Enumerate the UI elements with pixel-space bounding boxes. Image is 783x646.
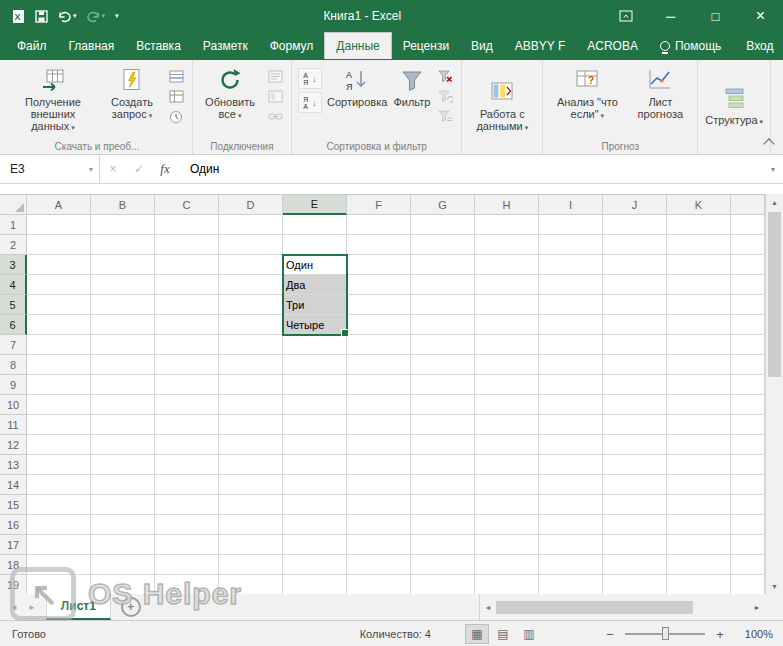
cell-H6[interactable] <box>475 315 539 335</box>
cell-I17[interactable] <box>539 535 603 555</box>
cell-F13[interactable] <box>347 455 411 475</box>
row-header-19[interactable]: 19 <box>0 575 27 594</box>
cell-B15[interactable] <box>91 495 155 515</box>
cell-C3[interactable] <box>155 255 219 275</box>
cell-B12[interactable] <box>91 435 155 455</box>
cell-B6[interactable] <box>91 315 155 335</box>
cell-G13[interactable] <box>411 455 475 475</box>
cell-H2[interactable] <box>475 235 539 255</box>
reapply-filter-icon[interactable] <box>435 88 455 105</box>
sort-ascending-button[interactable]: АЯ↓ <box>298 68 322 89</box>
cell-J14[interactable] <box>603 475 667 495</box>
sheet-tab-Лист1[interactable]: Лист1 <box>46 594 111 620</box>
cell-A9[interactable] <box>27 375 91 395</box>
cell-G2[interactable] <box>411 235 475 255</box>
horizontal-scroll-thumb[interactable] <box>496 601 693 614</box>
cell-F11[interactable] <box>347 415 411 435</box>
cell-G4[interactable] <box>411 275 475 295</box>
column-header-H[interactable]: H <box>475 195 539 215</box>
cell-E15[interactable] <box>283 495 347 515</box>
undo-dropdown-icon[interactable]: ▾ <box>73 12 77 20</box>
cell-H15[interactable] <box>475 495 539 515</box>
cell-K17[interactable] <box>667 535 731 555</box>
cell-I6[interactable] <box>539 315 603 335</box>
cell-K8[interactable] <box>667 355 731 375</box>
cell-F12[interactable] <box>347 435 411 455</box>
formula-bar-expand-icon[interactable]: ▾ <box>771 165 783 174</box>
what-if-analysis-button[interactable]: ? Анализ "что если"▾ <box>547 63 627 124</box>
cell-H3[interactable] <box>475 255 539 275</box>
vertical-scrollbar[interactable]: ▲ ▼ <box>765 194 783 594</box>
cell-A10[interactable] <box>27 395 91 415</box>
data-tools-button[interactable]: Работа с данными▾ <box>466 75 538 136</box>
cell-J17[interactable] <box>603 535 667 555</box>
cell-I1[interactable] <box>539 215 603 235</box>
cell-F15[interactable] <box>347 495 411 515</box>
row-header-10[interactable]: 10 <box>0 395 27 415</box>
new-query-button[interactable]: Создать запрос▾ <box>100 63 164 124</box>
cell-E7[interactable] <box>283 335 347 355</box>
zoom-level[interactable]: 100% <box>735 628 783 640</box>
cell-C17[interactable] <box>155 535 219 555</box>
select-all-corner[interactable] <box>0 195 27 215</box>
cell-C16[interactable] <box>155 515 219 535</box>
cell-I4[interactable] <box>539 275 603 295</box>
cell-K5[interactable] <box>667 295 731 315</box>
cell-H7[interactable] <box>475 335 539 355</box>
cell-D13[interactable] <box>219 455 283 475</box>
normal-view-button[interactable]: ▦ <box>465 624 489 644</box>
cell-I9[interactable] <box>539 375 603 395</box>
cell-A14[interactable] <box>27 475 91 495</box>
cell-E1[interactable] <box>283 215 347 235</box>
cell-C8[interactable] <box>155 355 219 375</box>
cell-B10[interactable] <box>91 395 155 415</box>
scroll-up-icon[interactable]: ▲ <box>766 194 783 210</box>
row-header-12[interactable]: 12 <box>0 435 27 455</box>
connections-icon[interactable] <box>265 68 285 85</box>
cell-G16[interactable] <box>411 515 475 535</box>
row-header-15[interactable]: 15 <box>0 495 27 515</box>
cell-E6[interactable]: Четыре <box>283 315 347 335</box>
cell-J4[interactable] <box>603 275 667 295</box>
row-header-2[interactable]: 2 <box>0 235 27 255</box>
ribbon-tab-Данные[interactable]: Данные <box>324 32 391 59</box>
cell-G8[interactable] <box>411 355 475 375</box>
cell-E3[interactable]: Один <box>283 255 347 275</box>
from-table-icon[interactable] <box>166 88 186 105</box>
cell-F17[interactable] <box>347 535 411 555</box>
name-box[interactable]: E3 ▾ <box>0 155 100 183</box>
cell-B16[interactable] <box>91 515 155 535</box>
cell-I12[interactable] <box>539 435 603 455</box>
recent-sources-icon[interactable] <box>166 108 186 125</box>
cell-C11[interactable] <box>155 415 219 435</box>
cell-J11[interactable] <box>603 415 667 435</box>
sort-button[interactable]: АЯ Сортировка <box>324 63 390 110</box>
show-queries-icon[interactable] <box>166 68 186 85</box>
cell-I13[interactable] <box>539 455 603 475</box>
row-header-8[interactable]: 8 <box>0 355 27 375</box>
ribbon-tab-Разметк[interactable]: Разметк <box>192 32 259 60</box>
cell-F19[interactable] <box>347 575 411 594</box>
cell-B7[interactable] <box>91 335 155 355</box>
cell-I11[interactable] <box>539 415 603 435</box>
cell-D16[interactable] <box>219 515 283 535</box>
cell-G6[interactable] <box>411 315 475 335</box>
next-sheet-icon[interactable]: ► <box>28 603 36 612</box>
cell-E12[interactable] <box>283 435 347 455</box>
cell-C12[interactable] <box>155 435 219 455</box>
cell-J10[interactable] <box>603 395 667 415</box>
cell-K11[interactable] <box>667 415 731 435</box>
column-header-F[interactable]: F <box>347 195 411 215</box>
cell-K14[interactable] <box>667 475 731 495</box>
outline-button[interactable]: Структура▾ <box>702 81 766 130</box>
row-header-13[interactable]: 13 <box>0 455 27 475</box>
cell-G17[interactable] <box>411 535 475 555</box>
cell-E5[interactable]: Три <box>283 295 347 315</box>
cell-F8[interactable] <box>347 355 411 375</box>
cell-H9[interactable] <box>475 375 539 395</box>
cell-A5[interactable] <box>27 295 91 315</box>
cell-G1[interactable] <box>411 215 475 235</box>
cell-A7[interactable] <box>27 335 91 355</box>
cell-G7[interactable] <box>411 335 475 355</box>
cell-A18[interactable] <box>27 555 91 575</box>
